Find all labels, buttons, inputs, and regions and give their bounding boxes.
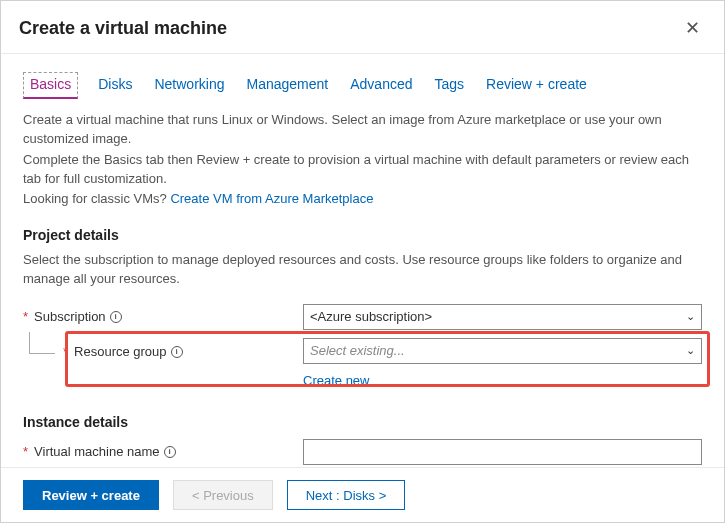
- create-new-link[interactable]: Create new: [303, 373, 369, 388]
- panel-title: Create a virtual machine: [19, 18, 227, 39]
- create-vm-panel: Create a virtual machine ✕ Basics Disks …: [0, 0, 725, 523]
- instance-details-title: Instance details: [23, 414, 702, 430]
- resource-group-label: * Resource group i: [63, 342, 303, 359]
- project-details-title: Project details: [23, 227, 702, 243]
- resource-group-select[interactable]: Select existing... ⌄: [303, 338, 702, 364]
- info-icon[interactable]: i: [110, 311, 122, 323]
- subscription-label: * Subscription i: [23, 309, 303, 324]
- info-icon[interactable]: i: [171, 346, 183, 358]
- resource-group-control: Select existing... ⌄: [303, 338, 702, 364]
- vm-name-label-text: Virtual machine name: [34, 444, 160, 459]
- intro-line-2: Complete the Basics tab then Review + cr…: [23, 151, 702, 189]
- resource-group-label-text: Resource group: [74, 344, 167, 359]
- resource-group-placeholder: Select existing...: [310, 343, 405, 358]
- close-icon: ✕: [685, 18, 700, 38]
- required-asterisk: *: [23, 444, 28, 459]
- next-button[interactable]: Next : Disks >: [287, 480, 406, 510]
- marketplace-link[interactable]: Create VM from Azure Marketplace: [170, 191, 373, 206]
- chevron-down-icon: ⌄: [686, 344, 695, 357]
- previous-button: < Previous: [173, 480, 273, 510]
- tab-tags[interactable]: Tags: [433, 72, 467, 99]
- tab-networking[interactable]: Networking: [152, 72, 226, 99]
- required-asterisk: *: [23, 309, 28, 324]
- subscription-value: <Azure subscription>: [310, 309, 432, 324]
- resource-group-row: * Resource group i Select existing... ⌄: [23, 337, 702, 365]
- resource-group-block: * Resource group i Select existing... ⌄ …: [23, 337, 702, 388]
- tab-advanced[interactable]: Advanced: [348, 72, 414, 99]
- tab-basics[interactable]: Basics: [23, 72, 78, 99]
- panel-header: Create a virtual machine ✕: [1, 1, 724, 54]
- required-asterisk: *: [63, 344, 68, 359]
- intro-line-3: Looking for classic VMs? Create VM from …: [23, 190, 702, 209]
- panel-body: Basics Disks Networking Management Advan…: [1, 54, 724, 467]
- vm-name-input[interactable]: [303, 439, 702, 465]
- intro-text: Create a virtual machine that runs Linux…: [23, 111, 702, 209]
- vm-name-label: * Virtual machine name i: [23, 444, 303, 459]
- info-icon[interactable]: i: [164, 446, 176, 458]
- close-button[interactable]: ✕: [679, 15, 706, 41]
- tab-bar: Basics Disks Networking Management Advan…: [23, 72, 702, 99]
- indent-connector: [29, 332, 55, 354]
- review-create-button[interactable]: Review + create: [23, 480, 159, 510]
- tab-management[interactable]: Management: [245, 72, 331, 99]
- subscription-label-text: Subscription: [34, 309, 106, 324]
- subscription-row: * Subscription i <Azure subscription> ⌄: [23, 303, 702, 331]
- project-details-desc: Select the subscription to manage deploy…: [23, 251, 702, 289]
- subscription-select[interactable]: <Azure subscription> ⌄: [303, 304, 702, 330]
- panel-footer: Review + create < Previous Next : Disks …: [1, 467, 724, 522]
- subscription-control: <Azure subscription> ⌄: [303, 304, 702, 330]
- intro-line-3-prefix: Looking for classic VMs?: [23, 191, 170, 206]
- vm-name-row: * Virtual machine name i: [23, 438, 702, 466]
- intro-line-1: Create a virtual machine that runs Linux…: [23, 111, 702, 149]
- tab-review-create[interactable]: Review + create: [484, 72, 589, 99]
- vm-name-control: [303, 439, 702, 465]
- chevron-down-icon: ⌄: [686, 310, 695, 323]
- tab-disks[interactable]: Disks: [96, 72, 134, 99]
